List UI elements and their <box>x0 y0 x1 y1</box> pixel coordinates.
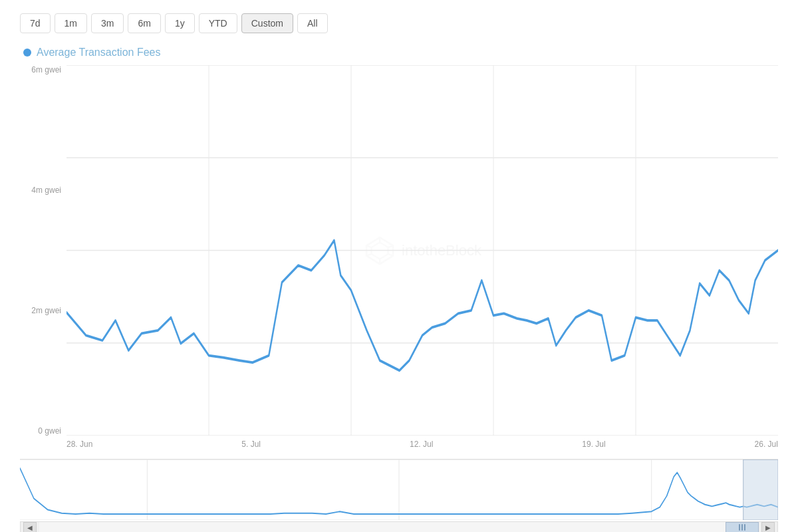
y-axis: 6m gwei 4m gwei 2m gwei 0 gwei <box>20 65 66 456</box>
svg-chart-container: intotheBlock <box>66 65 778 436</box>
btn-6m[interactable]: 6m <box>128 13 160 33</box>
main-chart-line <box>66 240 778 370</box>
navigator-selection[interactable] <box>743 460 778 520</box>
x-label-jul19: 19. Jul <box>582 440 605 449</box>
legend-dot <box>23 49 31 57</box>
navigator: 2016 2018 2020 ◀ <box>20 459 778 525</box>
btn-3m[interactable]: 3m <box>91 13 124 33</box>
btn-1y[interactable]: 1y <box>165 13 195 33</box>
navigator-svg <box>20 460 778 520</box>
navigator-chart: 2016 2018 2020 <box>20 460 778 520</box>
legend-label: Average Transaction Fees <box>37 47 160 59</box>
scroll-thumb-line-3 <box>744 524 745 531</box>
scroll-track[interactable] <box>39 522 759 532</box>
x-label-jul26: 26. Jul <box>755 440 778 449</box>
btn-1m[interactable]: 1m <box>55 13 87 33</box>
y-label-6m: 6m gwei <box>20 65 66 74</box>
scrollbar: ◀ ▶ <box>20 521 778 532</box>
btn-7d[interactable]: 7d <box>20 13 51 33</box>
x-label-jun28: 28. Jun <box>66 440 92 449</box>
y-label-2m: 2m gwei <box>20 306 66 315</box>
y-label-4m: 4m gwei <box>20 186 66 195</box>
time-range-buttons: 7d 1m 3m 6m 1y YTD Custom All <box>20 13 778 33</box>
scroll-thumb-lines <box>739 524 745 531</box>
btn-custom[interactable]: Custom <box>241 13 293 33</box>
main-container: 7d 1m 3m 6m 1y YTD Custom All Average Tr… <box>0 0 798 532</box>
main-chart-area: 6m gwei 4m gwei 2m gwei 0 gwei <box>20 65 778 456</box>
scroll-thumb[interactable] <box>726 522 759 532</box>
x-label-jul5: 5. Jul <box>241 440 261 449</box>
chart-legend: Average Transaction Fees <box>20 47 778 59</box>
x-label-jul12: 12. Jul <box>410 440 433 449</box>
main-chart-svg <box>66 65 778 436</box>
btn-all[interactable]: All <box>297 13 328 33</box>
chart-wrapper: 6m gwei 4m gwei 2m gwei 0 gwei <box>20 65 778 525</box>
x-axis: 28. Jun 5. Jul 12. Jul 19. Jul 26. Jul <box>66 436 778 456</box>
y-label-0: 0 gwei <box>20 426 66 436</box>
scroll-thumb-line-2 <box>741 524 743 531</box>
btn-ytd[interactable]: YTD <box>199 13 237 33</box>
scroll-thumb-line-1 <box>739 524 740 531</box>
chart-and-x: intotheBlock <box>66 65 778 456</box>
